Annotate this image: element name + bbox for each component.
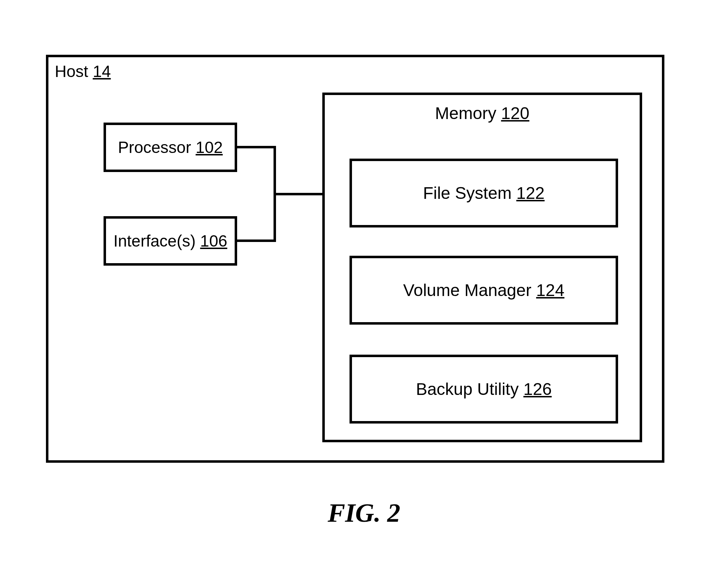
- memory-title: Memory 120: [325, 103, 640, 123]
- volume-manager-ref-number: 124: [536, 281, 564, 300]
- memory-container-box: Memory 120 File System 122 Volume Manage…: [322, 93, 642, 442]
- interfaces-ref-number: 106: [200, 232, 227, 250]
- connector-processor: [237, 146, 276, 148]
- connector-interfaces: [237, 239, 276, 242]
- interfaces-box: Interface(s) 106: [104, 216, 237, 266]
- host-label: Host 14: [55, 62, 111, 81]
- file-system-box: File System 122: [350, 159, 618, 227]
- diagram-canvas: Host 14 Processor 102 Interface(s) 106 M…: [0, 0, 728, 568]
- connector-memory: [274, 193, 323, 195]
- file-system-label-text: File System: [423, 184, 516, 202]
- processor-ref-number: 102: [196, 138, 223, 156]
- memory-ref-number: 120: [501, 104, 529, 123]
- backup-utility-label-text: Backup Utility: [416, 380, 523, 398]
- file-system-ref-number: 122: [516, 184, 545, 202]
- host-label-text: Host: [55, 62, 93, 81]
- interfaces-label-text: Interface(s): [113, 232, 200, 250]
- figure-caption: FIG. 2: [0, 498, 728, 528]
- backup-utility-ref-number: 126: [523, 380, 552, 398]
- processor-label-text: Processor: [118, 138, 196, 156]
- host-ref-number: 14: [93, 62, 111, 81]
- processor-box: Processor 102: [104, 123, 237, 172]
- backup-utility-box: Backup Utility 126: [350, 355, 618, 424]
- memory-label-text: Memory: [435, 104, 501, 123]
- volume-manager-box: Volume Manager 124: [350, 256, 618, 325]
- volume-manager-label-text: Volume Manager: [403, 281, 536, 300]
